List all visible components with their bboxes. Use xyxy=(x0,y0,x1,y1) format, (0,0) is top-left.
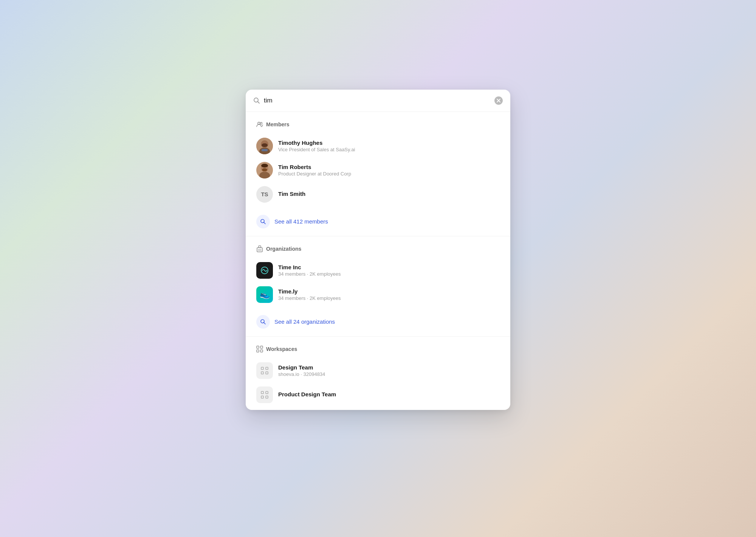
svg-point-4 xyxy=(258,122,260,124)
org-sub: 34 members · 2K employees xyxy=(278,295,500,301)
svg-rect-35 xyxy=(261,396,263,398)
svg-line-17 xyxy=(264,222,265,224)
workspaces-section: Workspaces Design Team shoeva.io · 32094… xyxy=(246,337,510,410)
svg-rect-29 xyxy=(260,350,263,352)
clear-button[interactable] xyxy=(494,96,503,105)
workspace-product-design-team-info: Product Design Team xyxy=(278,391,500,398)
svg-rect-32 xyxy=(266,367,268,369)
org-logo-timely: 👟 xyxy=(256,286,273,303)
workspace-logo-design-team xyxy=(256,362,273,379)
member-name: Tim Roberts xyxy=(278,164,500,170)
svg-rect-36 xyxy=(266,391,268,394)
member-timothy-hughes[interactable]: Timothy Hughes Vice President of Sales a… xyxy=(256,134,500,158)
search-icon xyxy=(253,97,260,104)
see-all-members-label: See all 412 members xyxy=(274,218,328,225)
org-timely-info: Time.ly 34 members · 2K employees xyxy=(278,288,500,301)
svg-rect-28 xyxy=(257,350,259,352)
member-tim-smith-info: Tim Smith xyxy=(278,191,500,198)
member-sub: Product Designer at Doored Corp xyxy=(278,171,500,177)
workspace-product-design-team[interactable]: Product Design Team xyxy=(256,383,500,407)
svg-rect-30 xyxy=(261,367,263,369)
see-all-organizations-label: See all 24 organizations xyxy=(274,318,335,325)
org-logo-time-inc xyxy=(256,262,273,279)
member-tim-smith[interactable]: TS Tim Smith xyxy=(256,182,500,206)
workspaces-section-title: Workspaces xyxy=(266,346,297,352)
org-time-inc-info: Time Inc 34 members · 2K employees xyxy=(278,264,500,277)
org-name: Time Inc xyxy=(278,264,500,270)
svg-rect-10 xyxy=(262,149,268,151)
svg-point-5 xyxy=(260,122,262,124)
see-all-members-icon xyxy=(256,215,270,228)
org-sub: 34 members · 2K employees xyxy=(278,271,500,277)
see-all-members[interactable]: See all 412 members xyxy=(246,210,510,236)
workspace-design-team[interactable]: Design Team shoeva.io · 32094834 xyxy=(256,359,500,383)
workspace-name: Design Team xyxy=(278,364,500,371)
members-section-header: Members xyxy=(256,121,500,128)
svg-rect-37 xyxy=(266,396,268,398)
svg-rect-27 xyxy=(260,346,263,348)
see-all-organizations-icon xyxy=(256,315,270,329)
workspace-name: Product Design Team xyxy=(278,391,500,397)
member-timothy-hughes-info: Timothy Hughes Vice President of Sales a… xyxy=(278,140,500,152)
svg-rect-31 xyxy=(261,372,263,374)
org-timely[interactable]: 👟 Time.ly 34 members · 2K employees xyxy=(256,282,500,307)
organizations-section: Organizations Time Inc 34 members · 2K e… xyxy=(246,236,510,310)
svg-point-9 xyxy=(262,143,268,147)
members-section-title: Members xyxy=(266,121,289,127)
workspace-sub: shoeva.io · 32094834 xyxy=(278,371,500,377)
organizations-section-title: Organizations xyxy=(266,246,301,252)
avatar-tim-smith: TS xyxy=(256,186,273,203)
search-bar: tim xyxy=(246,90,510,112)
member-tim-roberts-info: Tim Roberts Product Designer at Doored C… xyxy=(278,164,500,177)
svg-line-25 xyxy=(264,323,265,324)
svg-rect-34 xyxy=(261,391,263,394)
org-time-inc[interactable]: Time Inc 34 members · 2K employees xyxy=(256,258,500,282)
svg-rect-33 xyxy=(266,372,268,374)
results-body: Members xyxy=(246,112,510,410)
avatar-tim-roberts xyxy=(256,162,273,178)
workspace-design-team-info: Design Team shoeva.io · 32094834 xyxy=(278,364,500,377)
see-all-organizations[interactable]: See all 24 organizations xyxy=(246,310,510,336)
search-input[interactable]: tim xyxy=(264,97,491,104)
avatar-timothy-hughes xyxy=(256,138,273,154)
workspace-logo-product-design-team xyxy=(256,386,273,403)
svg-rect-26 xyxy=(257,346,259,348)
organizations-section-icon xyxy=(256,245,263,252)
workspaces-section-icon xyxy=(256,346,263,352)
organizations-section-header: Organizations xyxy=(256,245,500,252)
svg-point-14 xyxy=(261,164,268,168)
member-name: Timothy Hughes xyxy=(278,140,500,146)
workspaces-section-header: Workspaces xyxy=(256,346,500,352)
svg-point-15 xyxy=(262,168,267,171)
member-sub: Vice President of Sales at SaaSy.ai xyxy=(278,147,500,152)
org-name: Time.ly xyxy=(278,288,500,295)
search-panel: tim Members xyxy=(246,90,510,410)
members-section: Members xyxy=(246,112,510,210)
members-section-icon xyxy=(256,121,263,128)
member-name: Tim Smith xyxy=(278,191,500,197)
member-tim-roberts[interactable]: Tim Roberts Product Designer at Doored C… xyxy=(256,158,500,182)
svg-line-1 xyxy=(258,101,260,103)
